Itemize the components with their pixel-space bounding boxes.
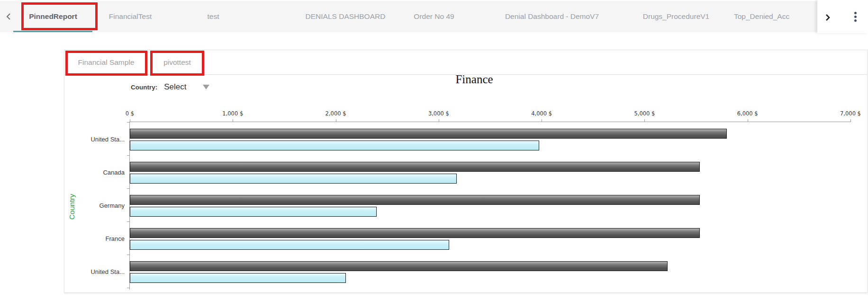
x-axis-tick — [439, 119, 439, 122]
annotation-box-pinnedreport — [21, 2, 98, 30]
kebab-vertical-icon — [854, 12, 857, 22]
y-axis-tick — [127, 288, 130, 288]
bar-group-5: United Sta... — [130, 261, 850, 283]
x-axis-tick — [644, 119, 645, 122]
x-axis-tick — [850, 119, 851, 122]
report-tab-test[interactable]: test — [208, 1, 219, 32]
triangle-down-icon — [203, 85, 209, 89]
x-axis-tick-label: 7,000 $ — [840, 110, 861, 117]
chart-title: Finance — [455, 73, 493, 86]
bar-group-2: Canada — [130, 162, 850, 184]
category-label: France — [63, 235, 125, 242]
tab-bar-corner — [817, 0, 868, 33]
report-tab-drugs-procedurev1[interactable]: Drugs_ProcedureV1 — [643, 1, 709, 32]
chevron-right-icon — [824, 14, 832, 21]
report-tab-denial-dashboard-demov7[interactable]: Denial Dashboard - DemoV7 — [505, 1, 599, 32]
chevron-left-icon — [5, 13, 13, 20]
bar-united-sta--series-1[interactable] — [130, 261, 668, 271]
x-axis-tick-label: 4,000 $ — [531, 110, 552, 117]
x-axis-tick-label: 3,000 $ — [428, 110, 449, 117]
bar-chart-plot-area: 0 $1,000 $2,000 $3,000 $4,000 $5,000 $6,… — [129, 122, 850, 290]
bar-germany-series-1[interactable] — [130, 195, 700, 205]
x-axis-tick-label: 1,000 $ — [222, 110, 243, 117]
x-axis-tick — [748, 119, 748, 122]
category-label: United Sta... — [63, 136, 125, 143]
country-filter-dropdown[interactable]: Country: Select — [131, 82, 209, 92]
active-tab-indicator — [13, 31, 92, 32]
report-card: Financial Samplepivottest Country: Selec… — [64, 50, 868, 293]
bar-canada-series-2[interactable] — [130, 174, 457, 184]
x-axis-tick — [233, 119, 233, 122]
x-axis-tick-label: 5,000 $ — [634, 110, 655, 117]
x-axis-tick — [336, 119, 336, 122]
bar-group-4: France — [130, 228, 850, 250]
annotation-box-pivottest — [150, 51, 204, 76]
y-axis-tick — [127, 122, 130, 123]
bar-united-sta--series-1[interactable] — [130, 129, 727, 139]
annotation-box-financial-sample — [65, 51, 147, 76]
y-axis-tick — [127, 155, 130, 156]
bar-france-series-1[interactable] — [130, 228, 700, 238]
country-filter-value: Select — [164, 82, 186, 92]
x-axis-tick-label: 2,000 $ — [326, 110, 346, 117]
y-axis-tick — [127, 255, 130, 255]
x-axis-tick — [542, 119, 542, 122]
bar-united-sta--series-2[interactable] — [130, 141, 539, 150]
category-label: Germany — [63, 202, 125, 209]
scroll-left-button[interactable] — [2, 9, 16, 24]
x-axis-tick — [130, 119, 130, 122]
bar-canada-series-1[interactable] — [130, 162, 700, 172]
x-axis-tick-label: 6,000 $ — [737, 110, 758, 117]
scroll-right-button[interactable] — [822, 11, 834, 24]
x-axis-tick-label: 0 $ — [126, 110, 134, 117]
bar-united-sta--series-2[interactable] — [130, 273, 346, 283]
report-tab-top-denied-acc[interactable]: Top_Denied_Acc — [734, 1, 817, 32]
more-options-button[interactable] — [850, 8, 860, 26]
report-tab-order-no-49[interactable]: Order No 49 — [414, 1, 454, 32]
y-axis-tick — [127, 188, 130, 189]
category-label: Canada — [63, 169, 125, 176]
bar-germany-series-2[interactable] — [130, 207, 377, 217]
bar-group-3: Germany — [130, 195, 850, 217]
report-tab-denials-dashboard[interactable]: DENIALS DASHBOARD — [306, 1, 386, 32]
country-filter-label: Country: — [131, 84, 157, 91]
report-tab-financialtest[interactable]: FinancialTest — [109, 1, 152, 32]
bar-france-series-2[interactable] — [130, 240, 449, 250]
bar-group-1: United Sta... — [130, 129, 850, 150]
category-label: United Sta... — [63, 268, 125, 275]
y-axis-tick — [127, 221, 130, 222]
report-tab-bar: PinnedReportFinancialTesttestDENIALS DAS… — [0, 1, 817, 32]
